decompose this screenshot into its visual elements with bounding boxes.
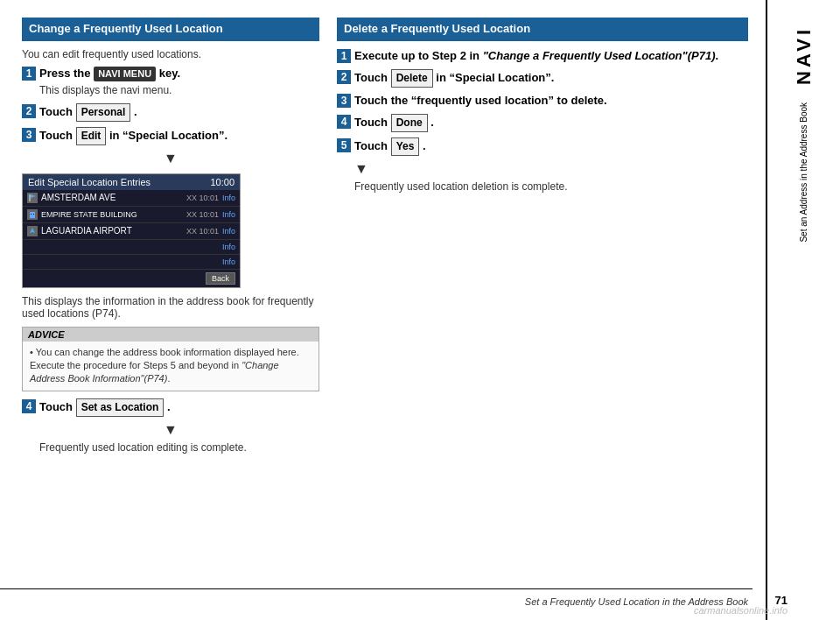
left-intro: You can edit frequently used locations. xyxy=(22,48,319,60)
advice-box: ADVICE • You can change the address book… xyxy=(22,327,319,391)
advice-content: • You can change the address book inform… xyxy=(23,342,318,391)
right-step-1-num: 1 xyxy=(337,49,351,63)
done-btn: Done xyxy=(391,114,428,132)
screen-row-2-time: XX 10:01 xyxy=(186,210,219,219)
step-1-sub: This displays the navi menu. xyxy=(39,83,319,98)
step-3-content: Touch Edit in “Special Location”. xyxy=(39,127,319,145)
right-sidebar: NAVI Set an Address in the Address Book xyxy=(766,0,840,620)
screen-row-5-info: Info xyxy=(222,257,235,266)
step-2-text: Touch Personal . xyxy=(39,105,137,118)
screen-row-1-time: XX 10:01 xyxy=(186,194,219,202)
step-3: 3 Touch Edit in “Special Location”. xyxy=(22,127,319,145)
down-arrow-1: ▼ xyxy=(22,151,319,166)
yes-btn: Yes xyxy=(391,137,420,156)
screen-row-3-text: LAGUARDIA AIRPORT xyxy=(41,226,183,236)
step-4-main: Touch xyxy=(39,400,73,413)
screen-title: Edit Special Location Entries xyxy=(28,177,150,187)
step-4-num: 4 xyxy=(22,399,36,413)
advice-text: • You can change the address book inform… xyxy=(30,347,299,384)
svg-marker-1 xyxy=(31,194,36,198)
right-down-arrow: ▼ xyxy=(354,161,748,177)
right-step-1-main: Execute up to Step 2 in "Change a Freque… xyxy=(354,49,718,62)
screen-row-2-text: EMPIRE STATE BUILDING xyxy=(41,210,183,219)
screen-row-2: EMPIRE STATE BUILDING XX 10:01 Info xyxy=(23,207,240,223)
right-step-5: 5 Touch Yes . xyxy=(337,137,748,156)
step-4-content: Touch Set as Location . xyxy=(39,398,319,417)
advice-header: ADVICE xyxy=(23,328,318,342)
step-2-suffix: . xyxy=(134,105,137,118)
edit-btn: Edit xyxy=(76,127,107,145)
right-step-4-num: 4 xyxy=(337,115,351,129)
navi-menu-key: NAVI MENU xyxy=(94,67,156,81)
right-step-1-content: Execute up to Step 2 in "Change a Freque… xyxy=(354,48,748,64)
right-step-2-num: 2 xyxy=(337,70,351,84)
step-1-num: 1 xyxy=(22,67,36,81)
svg-rect-3 xyxy=(31,214,32,215)
screen-row-1-info: Info xyxy=(222,194,235,202)
step-3-suffix: in “Special Location”. xyxy=(109,129,228,142)
right-step-3-content: Touch the “frequently used location” to … xyxy=(354,93,748,109)
step-3-main: Touch xyxy=(39,129,73,142)
step-1: 1 Press the NAVI MENU key. This displays… xyxy=(22,66,319,98)
right-step-3-num: 3 xyxy=(337,94,351,108)
screen-mockup: Edit Special Location Entries 10:00 AMST… xyxy=(22,173,241,288)
right-step-5-num: 5 xyxy=(337,138,351,152)
svg-rect-4 xyxy=(33,214,34,215)
step-1-text: Press the NAVI MENU key. xyxy=(39,67,180,80)
footer-bar xyxy=(0,588,752,589)
right-step-5-main: Touch xyxy=(354,139,388,152)
watermark: carmanualsonline.info xyxy=(694,605,788,616)
right-step-2-suffix: in “Special Location”. xyxy=(436,71,554,84)
right-step-4-suffix: . xyxy=(430,116,434,129)
screen-time: 10:00 xyxy=(210,177,234,187)
right-step-3: 3 Touch the “frequently used location” t… xyxy=(337,93,748,109)
right-column: Delete a Frequently Used Location 1 Exec… xyxy=(337,18,748,602)
screen-row-5: Info xyxy=(23,255,240,270)
step-4-suffix: . xyxy=(167,400,171,413)
step-2-main: Touch xyxy=(39,105,73,118)
right-step-2: 2 Touch Delete in “Special Location”. xyxy=(337,69,748,88)
right-step-4-text: Touch Done . xyxy=(354,116,434,129)
plane-icon xyxy=(27,226,38,236)
step-3-num: 3 xyxy=(22,128,36,142)
flag-icon xyxy=(27,193,38,203)
screen-desc: This displays the information in the add… xyxy=(22,295,319,320)
step-3-text: Touch Edit in “Special Location”. xyxy=(39,129,228,142)
step-4-text: Touch Set as Location . xyxy=(39,400,171,413)
right-step-1: 1 Execute up to Step 2 in "Change a Freq… xyxy=(337,48,748,64)
screen-header: Edit Special Location Entries 10:00 xyxy=(23,174,240,190)
step-2-content: Touch Personal . xyxy=(39,103,319,122)
screen-row-3-info: Info xyxy=(222,227,235,236)
main-content: Change a Frequently Used Location You ca… xyxy=(0,0,766,620)
left-section-header: Change a Frequently Used Location xyxy=(22,18,319,41)
screen-row-3-time: XX 10:01 xyxy=(186,227,219,236)
screen-back-btn: Back xyxy=(206,272,235,285)
right-step-2-text: Touch Delete in “Special Location”. xyxy=(354,71,554,84)
right-step-5-content: Touch Yes . xyxy=(354,137,748,156)
screen-row-1: AMSTERDAM AVE XX 10:01 Info xyxy=(23,190,240,207)
right-section-header: Delete a Frequently Used Location xyxy=(337,18,748,41)
screen-row-4: Info xyxy=(23,240,240,255)
sidebar-set-label: Set an Address in the Address Book xyxy=(798,102,809,243)
right-step-2-content: Touch Delete in “Special Location”. xyxy=(354,69,748,88)
personal-btn: Personal xyxy=(76,103,131,122)
right-step-4-content: Touch Done . xyxy=(354,114,748,132)
delete-btn: Delete xyxy=(391,69,433,88)
step-2-num: 2 xyxy=(22,104,36,118)
screen-row-2-info: Info xyxy=(222,210,235,219)
right-completion: Frequently used location deletion is com… xyxy=(354,180,748,193)
right-step-3-text: Touch the “frequently used location” to … xyxy=(354,94,607,107)
step-2: 2 Touch Personal . xyxy=(22,103,319,122)
svg-marker-5 xyxy=(30,228,35,233)
svg-rect-0 xyxy=(29,194,31,201)
right-step-5-text: Touch Yes . xyxy=(354,139,426,152)
page-container: Change a Frequently Used Location You ca… xyxy=(0,0,840,620)
left-column: Change a Frequently Used Location You ca… xyxy=(22,18,319,602)
left-completion: Frequently used location editing is comp… xyxy=(39,441,319,454)
svg-rect-2 xyxy=(30,212,35,218)
screen-row-4-info: Info xyxy=(222,243,235,251)
screen-row-1-text: AMSTERDAM AVE xyxy=(41,193,183,202)
step-1-content: Press the NAVI MENU key. This displays t… xyxy=(39,66,319,98)
down-arrow-2: ▼ xyxy=(22,422,319,438)
step-4: 4 Touch Set as Location . xyxy=(22,398,319,417)
